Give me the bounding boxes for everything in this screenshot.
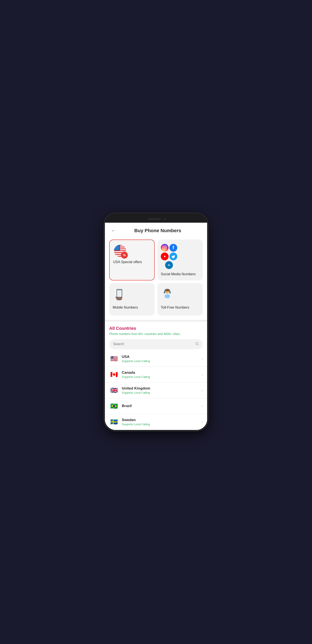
country-item-sweden[interactable]: 🇸🇪 Sweden Supports Local Calling › xyxy=(105,414,207,430)
sweden-info: Sweden Supports Local Calling xyxy=(122,418,202,426)
usa-special-icon: ★ ★ ★ ★ ★ ★ ★ ★ ★ ★ % xyxy=(113,244,129,257)
svg-text:%: % xyxy=(123,254,126,257)
canada-info: Canada Supports Local Calling xyxy=(122,370,202,378)
brazil-name: Brazil xyxy=(122,404,202,408)
card-mobile[interactable]: Mobile Numbers xyxy=(109,283,155,316)
card-social-label: Social Media Numbers xyxy=(161,272,196,276)
uk-sub: Supports Local Calling xyxy=(122,391,202,394)
phone-frame: ← Buy Phone Numbers xyxy=(104,213,208,431)
svg-marker-19 xyxy=(164,256,166,258)
countries-list: 🇺🇸 USA Supports Local Calling › 🇨🇦 Canad… xyxy=(105,351,207,430)
usa-sub: Supports Local Calling xyxy=(122,360,202,363)
svg-line-34 xyxy=(198,344,199,345)
country-item-canada[interactable]: 🇨🇦 Canada Supports Local Calling › xyxy=(105,367,207,382)
youtube-icon xyxy=(161,252,169,260)
tollfree-icon xyxy=(161,288,174,303)
uk-info: United Kingdom Supports Local Calling xyxy=(122,386,202,394)
linkedin-icon: in xyxy=(165,261,173,269)
svg-rect-30 xyxy=(169,291,171,294)
search-icon xyxy=(195,342,199,347)
svg-point-31 xyxy=(166,291,167,292)
country-item-brazil[interactable]: 🇧🇷 Brazil › xyxy=(105,398,207,414)
svg-point-16 xyxy=(164,247,166,249)
usa-name: USA xyxy=(122,355,202,359)
usa-info: USA Supports Local Calling xyxy=(122,355,202,363)
phone-screen: ← Buy Phone Numbers xyxy=(105,223,207,430)
uk-name: United Kingdom xyxy=(122,386,202,390)
brazil-info: Brazil xyxy=(122,404,202,408)
card-usa-special[interactable]: ★ ★ ★ ★ ★ ★ ★ ★ ★ ★ % USA Special offers xyxy=(109,240,155,280)
facebook-icon: f xyxy=(170,244,177,252)
card-tollfree-label: Toll-Free Numbers xyxy=(161,305,189,310)
svg-point-32 xyxy=(168,291,169,292)
page-header: ← Buy Phone Numbers xyxy=(105,223,207,238)
search-bar xyxy=(109,339,203,349)
sweden-flag: 🇸🇪 xyxy=(109,417,119,427)
svg-point-26 xyxy=(115,297,117,298)
uk-chevron-icon: › xyxy=(202,388,203,392)
country-item-usa[interactable]: 🇺🇸 USA Supports Local Calling › xyxy=(105,351,207,367)
notch-area xyxy=(104,213,208,223)
card-tollfree[interactable]: Toll-Free Numbers xyxy=(157,283,203,316)
social-icons-grid: f in xyxy=(161,244,177,269)
card-social-media[interactable]: f in Social Media Numbers xyxy=(157,240,203,280)
canada-name: Canada xyxy=(122,370,202,375)
canada-sub: Supports Local Calling xyxy=(122,375,202,378)
svg-rect-15 xyxy=(163,246,167,250)
uk-flag: 🇬🇧 xyxy=(109,386,119,395)
all-countries-title: All Countries xyxy=(109,326,203,331)
svg-rect-29 xyxy=(164,291,165,294)
section-divider xyxy=(105,320,207,322)
usa-chevron-icon: › xyxy=(202,357,203,361)
card-usa-special-label: USA Special offers xyxy=(113,260,142,264)
brazil-chevron-icon: › xyxy=(202,404,203,408)
sweden-name: Sweden xyxy=(122,418,202,422)
phone-notch xyxy=(143,216,169,222)
all-countries-subtitle: Phone numbers from 80+ countries and 400… xyxy=(109,332,203,336)
back-button[interactable]: ← xyxy=(110,227,117,234)
usa-flag: 🇺🇸 xyxy=(109,354,119,364)
all-countries-section: All Countries Phone numbers from 80+ cou… xyxy=(105,322,207,349)
mobile-icon xyxy=(113,288,126,303)
twitter-icon xyxy=(170,252,177,260)
svg-rect-28 xyxy=(165,294,170,298)
sweden-chevron-icon: › xyxy=(202,420,203,424)
sweden-sub: Supports Local Calling xyxy=(122,422,202,426)
card-mobile-label: Mobile Numbers xyxy=(113,305,138,310)
canada-flag: 🇨🇦 xyxy=(109,370,119,379)
canada-chevron-icon: › xyxy=(202,373,203,376)
brazil-flag: 🇧🇷 xyxy=(109,402,119,411)
category-cards-grid: ★ ★ ★ ★ ★ ★ ★ ★ ★ ★ % USA Special offers xyxy=(105,238,207,320)
svg-text:★ ★ ★: ★ ★ ★ xyxy=(115,248,119,250)
camera-dot xyxy=(164,218,166,220)
notch-pill xyxy=(148,218,161,220)
instagram-icon xyxy=(161,244,169,252)
svg-point-17 xyxy=(166,247,166,247)
country-item-uk[interactable]: 🇬🇧 United Kingdom Supports Local Calling… xyxy=(105,382,207,398)
page-title: Buy Phone Numbers xyxy=(120,228,195,234)
search-input[interactable] xyxy=(113,342,193,346)
